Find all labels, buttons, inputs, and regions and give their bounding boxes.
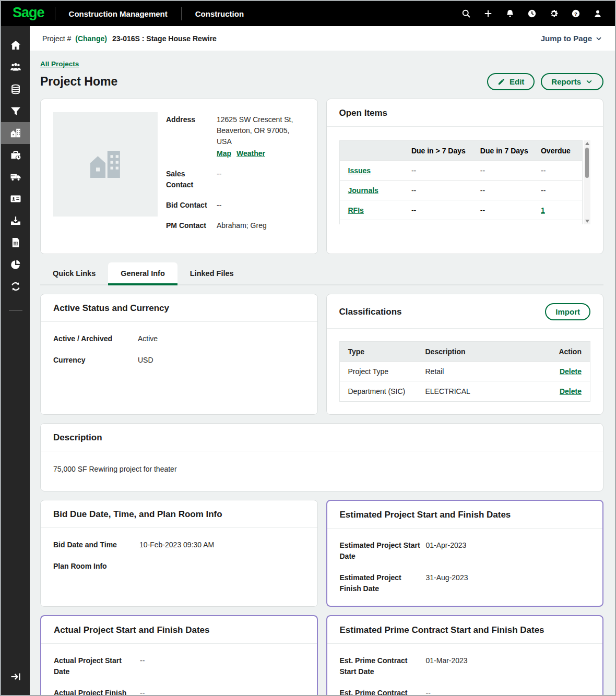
rfis-link[interactable]: RFIs xyxy=(348,206,364,214)
sidebar-item-filter[interactable] xyxy=(1,100,30,122)
col-due-gt7: Due in > 7 Days xyxy=(403,147,472,155)
table-row: RFIs -- -- 1 xyxy=(340,200,583,220)
import-button[interactable]: Import xyxy=(545,303,590,320)
bid-date-time-label: Bid Date and Time xyxy=(53,539,139,550)
delete-link[interactable]: Delete xyxy=(560,387,582,395)
sidebar-item-projects[interactable] xyxy=(1,122,30,144)
edit-button[interactable]: Edit xyxy=(487,73,535,90)
recent-activity-icon[interactable] xyxy=(526,8,538,19)
app-window: Sage Construction Management Constructio… xyxy=(0,0,616,696)
sidebar-item-sync[interactable] xyxy=(1,275,30,297)
actual-finish-label: Actual Project Finish Date xyxy=(54,688,140,695)
table-row: Project Type Retail Delete xyxy=(340,362,590,381)
actual-start-label: Actual Project Start Date xyxy=(54,655,140,677)
delete-link[interactable]: Delete xyxy=(560,367,582,376)
active-status-card: Active Status and Currency Active / Arch… xyxy=(40,294,318,415)
tab-strip: Quick Links General Info Linked Files xyxy=(40,262,603,285)
sidebar-collapse-icon[interactable] xyxy=(1,666,30,688)
actual-project-dates-title: Actual Project Start and Finish Dates xyxy=(54,625,210,635)
classifications-table: Type Description Action Project Type Ret… xyxy=(339,341,591,402)
est-project-finish-label: Estimated Project Finish Date xyxy=(340,572,426,594)
open-items-card: Open Items Due in > 7 Days Due in 7 Days… xyxy=(326,99,604,254)
open-items-title: Open Items xyxy=(339,108,388,118)
jump-to-page-dropdown[interactable]: Jump to Page xyxy=(541,34,602,43)
help-icon[interactable]: ? xyxy=(570,8,582,19)
pm-contact-label: PM Contact xyxy=(166,220,217,231)
open-items-scrollbar[interactable] xyxy=(584,140,590,224)
profile-icon[interactable] xyxy=(592,8,603,19)
settings-icon[interactable] xyxy=(548,8,560,19)
address-label: Address xyxy=(166,114,217,159)
bid-contact-label: Bid Contact xyxy=(166,200,217,211)
reports-button[interactable]: Reports xyxy=(541,73,603,90)
project-image-placeholder xyxy=(53,112,158,217)
sidebar-item-deliveries[interactable] xyxy=(1,166,30,188)
top-navigation-bar: Sage Construction Management Constructio… xyxy=(1,1,615,26)
table-row: Department (SIC) ELECTRICAL Delete xyxy=(340,381,590,401)
tab-general-info[interactable]: General Info xyxy=(108,262,177,285)
all-projects-link[interactable]: All Projects xyxy=(40,60,79,68)
search-icon[interactable] xyxy=(460,8,472,19)
issues-link[interactable]: Issues xyxy=(348,166,371,175)
bid-card-title: Bid Due Date, Time, and Plan Room Info xyxy=(53,509,222,520)
page-title: Project Home xyxy=(40,75,117,89)
col-action: Action xyxy=(540,347,590,356)
tab-linked-files[interactable]: Linked Files xyxy=(177,262,246,285)
bid-due-date-card: Bid Due Date, Time, and Plan Room Info B… xyxy=(40,500,318,607)
estimated-project-dates-title: Estimated Project Start and Finish Dates xyxy=(340,510,511,520)
sage-logo[interactable]: Sage xyxy=(1,5,55,23)
scroll-down-arrow[interactable] xyxy=(585,220,589,223)
add-icon[interactable] xyxy=(482,8,494,19)
col-overdue: Overdue xyxy=(532,147,582,155)
est-prime-start-value: 01-Mar-2023 xyxy=(426,655,590,677)
sidebar-item-documents[interactable] xyxy=(1,232,30,254)
change-project-link[interactable]: (Change) xyxy=(75,34,107,43)
est-project-finish-value: 31-Aug-2023 xyxy=(426,572,590,594)
plan-room-info-value xyxy=(139,561,305,572)
weather-link[interactable]: Weather xyxy=(236,148,265,159)
scroll-up-arrow[interactable] xyxy=(585,142,589,145)
plan-room-info-label: Plan Room Info xyxy=(53,561,139,572)
sidebar-item-imports[interactable] xyxy=(1,210,30,232)
classifications-header-row: Type Description Action xyxy=(340,342,590,362)
estimated-prime-contract-title: Estimated Prime Contract Start and Finis… xyxy=(340,625,544,635)
active-archived-value: Active xyxy=(138,333,305,344)
description-title: Description xyxy=(53,433,102,443)
pencil-icon xyxy=(497,78,505,86)
sidebar-item-contacts[interactable] xyxy=(1,188,30,210)
project-number-label: Project # xyxy=(42,34,71,43)
pm-contact-value: Abraham; Greg xyxy=(217,220,305,231)
table-row: Journals -- -- -- xyxy=(340,181,583,200)
notifications-icon[interactable] xyxy=(504,8,516,19)
project-address-card: Address 12625 SW Crescent St, Beaverton,… xyxy=(40,99,318,254)
map-link[interactable]: Map xyxy=(217,148,231,159)
sidebar-divider xyxy=(9,310,22,310)
project-context-bar: Project # (Change) 23-016S : Stage House… xyxy=(30,26,615,51)
sidebar-item-analytics[interactable] xyxy=(1,254,30,275)
project-name: 23-016S : Stage House Rewire xyxy=(112,34,217,43)
open-items-table: Due in > 7 Days Due in 7 Days Overdue Is… xyxy=(339,140,583,224)
table-row: Issues -- -- -- xyxy=(340,161,583,181)
est-project-start-value: 01-Apr-2023 xyxy=(426,540,590,562)
est-prime-start-label: Est. Prime Contract Start Date xyxy=(340,655,426,677)
actual-project-dates-card: Actual Project Start and Finish Dates Ac… xyxy=(40,615,318,695)
sidebar-item-finance[interactable] xyxy=(1,78,30,100)
module-name[interactable]: Construction xyxy=(182,9,257,18)
chevron-down-icon xyxy=(585,78,593,86)
tab-quick-links[interactable]: Quick Links xyxy=(40,262,108,285)
sidebar-item-people[interactable] xyxy=(1,56,30,78)
sidebar-item-home[interactable] xyxy=(1,34,30,56)
est-prime-finish-value: -- xyxy=(426,688,590,695)
product-name[interactable]: Construction Management xyxy=(55,9,181,18)
description-text: 75,000 SF Rewiring project for theater xyxy=(41,451,603,491)
classifications-card: Classifications Import Type Description … xyxy=(326,294,604,415)
rfis-overdue-count-link[interactable]: 1 xyxy=(541,206,545,214)
col-description: Description xyxy=(417,347,540,356)
bid-contact-value: -- xyxy=(217,200,305,211)
sidebar-item-field-tools[interactable] xyxy=(1,144,30,166)
scrollbar-thumb[interactable] xyxy=(585,148,589,178)
active-status-title: Active Status and Currency xyxy=(53,303,169,314)
estimated-project-dates-card: Estimated Project Start and Finish Dates… xyxy=(326,500,604,607)
building-icon xyxy=(86,145,125,184)
journals-link[interactable]: Journals xyxy=(348,186,378,195)
